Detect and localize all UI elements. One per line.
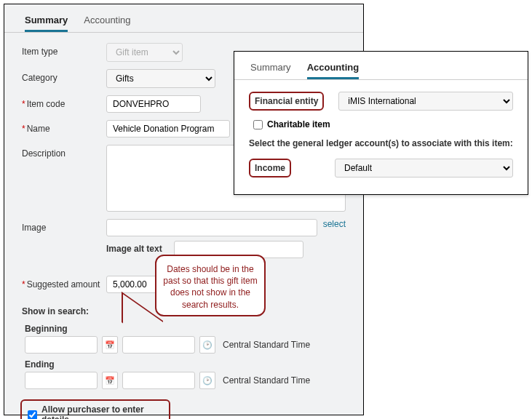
item-code-input[interactable]	[106, 95, 201, 113]
beginning-tz: Central Standard Time	[223, 340, 310, 350]
ending-date-input[interactable]	[25, 372, 98, 389]
spacer	[22, 241, 106, 244]
calendar-icon[interactable]: 📅	[102, 372, 118, 389]
allow-purchaser-row[interactable]: Allow purchaser to enter details	[20, 399, 170, 419]
overlay-tabs: Summary Accounting	[234, 52, 528, 80]
income-select[interactable]: Default	[335, 159, 513, 177]
label-financial-entity: Financial entity	[249, 92, 324, 111]
beginning-date-input[interactable]	[25, 336, 98, 354]
tab-summary[interactable]: Summary	[25, 15, 68, 32]
label-image: Image	[22, 219, 106, 233]
ending-tz: Central Standard Time	[223, 375, 310, 386]
name-input[interactable]	[106, 120, 230, 137]
label-category: Category	[22, 69, 106, 83]
calendar-icon[interactable]: 📅	[102, 336, 118, 354]
ending-time-input[interactable]	[122, 372, 195, 389]
gl-help-text: Select the general ledger account(s) to …	[249, 138, 513, 148]
label-name: Name	[22, 120, 106, 134]
category-select[interactable]: Gifts	[106, 69, 215, 88]
label-item-code: Item code	[22, 95, 106, 109]
clock-icon[interactable]: 🕑	[199, 336, 215, 354]
accounting-form: Financial entity iMIS International Char…	[234, 80, 528, 198]
label-income: Income	[249, 159, 291, 177]
accounting-panel: Summary Accounting Financial entity iMIS…	[234, 51, 528, 195]
clock-icon[interactable]: 🕑	[199, 372, 215, 389]
overlay-tab-summary[interactable]: Summary	[250, 62, 291, 79]
callout-bubble: Dates should be in the past so that this…	[155, 255, 266, 316]
overlay-tab-accounting[interactable]: Accounting	[307, 62, 360, 79]
label-beginning: Beginning	[25, 324, 363, 334]
suggested-input[interactable]	[106, 276, 160, 293]
label-item-type: Item type	[22, 43, 106, 57]
image-input[interactable]	[106, 219, 317, 236]
item-type-select: Gift item	[106, 43, 183, 62]
label-charitable: Charitable item	[267, 119, 330, 129]
label-ending: Ending	[25, 359, 363, 370]
tab-accounting[interactable]: Accounting	[84, 15, 130, 32]
select-image-link[interactable]: select	[323, 219, 346, 229]
label-description: Description	[22, 145, 106, 159]
allow-purchaser-checkbox[interactable]	[28, 410, 37, 420]
ending-group: Ending 📅 🕑 Central Standard Time	[25, 359, 363, 389]
label-suggested: Suggested amount	[22, 276, 106, 290]
charitable-checkbox[interactable]	[253, 120, 263, 129]
financial-entity-select[interactable]: iMIS International	[338, 92, 513, 111]
main-tabs: Summary Accounting	[4, 4, 363, 33]
beginning-group: Beginning 📅 🕑 Central Standard Time	[25, 324, 363, 354]
allow-purchaser-label: Allow purchaser to enter details	[41, 404, 163, 419]
label-image-alt: Image alt text	[106, 244, 162, 254]
